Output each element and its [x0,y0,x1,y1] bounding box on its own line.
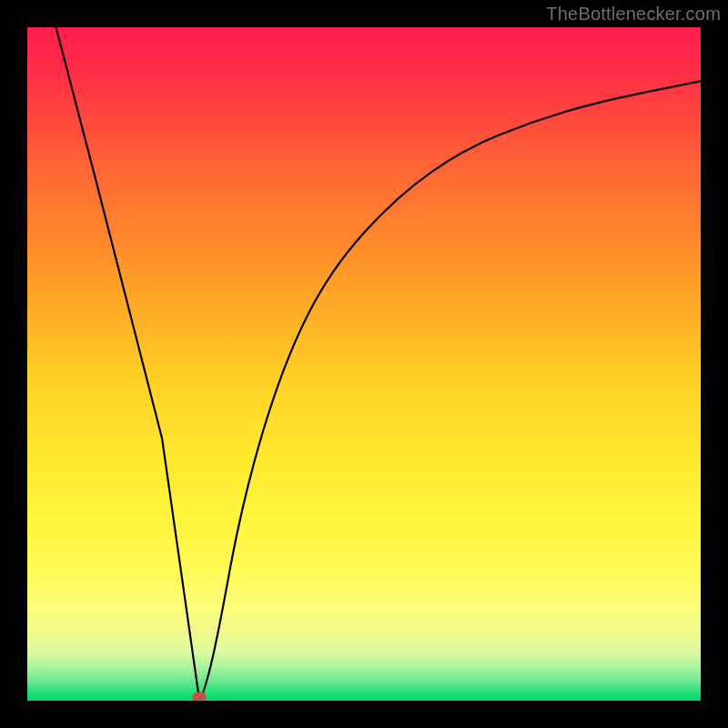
plot-area [27,27,701,701]
curve-layer [27,27,701,701]
bottleneck-curve [55,27,701,697]
watermark-text: TheBottlenecker.com [546,4,721,25]
chart-frame: TheBottlenecker.com [0,0,728,728]
minimum-marker [192,693,206,701]
